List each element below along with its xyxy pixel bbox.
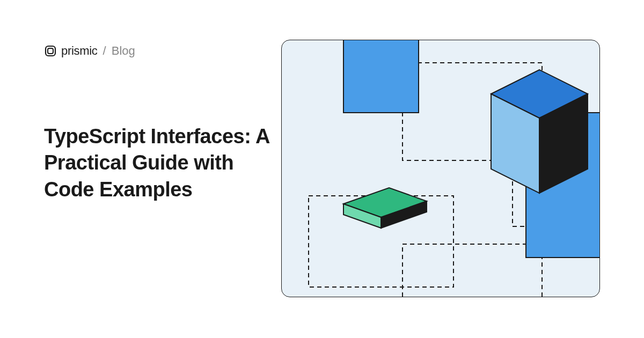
breadcrumb-separator: /	[103, 44, 106, 58]
breadcrumb-page: Blog	[112, 44, 135, 58]
svg-rect-0	[46, 46, 55, 56]
svg-rect-1	[48, 48, 53, 54]
decorative-illustration	[281, 40, 600, 297]
prismic-logo-icon	[44, 45, 57, 57]
svg-rect-6	[343, 40, 419, 113]
brand-name: prismic	[61, 44, 98, 58]
svg-rect-4	[402, 244, 542, 297]
header-breadcrumb: prismic / Blog	[44, 44, 135, 58]
page-title: TypeScript Interfaces: A Practical Guide…	[44, 123, 280, 203]
